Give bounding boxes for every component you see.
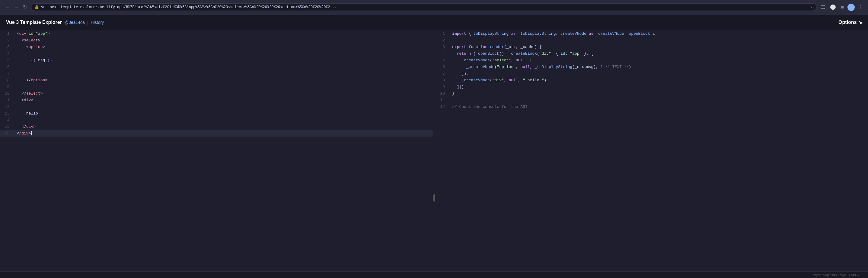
options-button[interactable]: Options ↘ xyxy=(838,19,862,25)
compiled-panel[interactable]: 1 import { toDisplayString as _toDisplay… xyxy=(435,30,868,271)
line-number: 15 xyxy=(0,123,14,130)
line-number: 2 xyxy=(435,37,450,44)
line-number: 4 xyxy=(435,50,450,57)
line-number: 1 xyxy=(435,30,450,37)
table-row: 8 </option> xyxy=(0,77,433,83)
table-row: 2 <select> xyxy=(0,37,433,44)
table-row: 12 xyxy=(0,103,433,110)
compiled-code-table: 1 import { toDisplayString as _toDisplay… xyxy=(435,30,868,110)
line-number: 12 xyxy=(0,103,14,110)
extensions-button[interactable]: ☷ xyxy=(820,3,826,11)
line-content xyxy=(14,63,433,70)
line-content xyxy=(14,50,433,57)
line-content: // Check the console for the AST xyxy=(450,103,868,110)
status-bar: https://blog.csdn.net/jal517486222 xyxy=(0,271,868,278)
table-row: 10 </select> xyxy=(0,90,433,97)
table-row: 5 {{ msg }} xyxy=(0,57,433,63)
line-content: </div> xyxy=(14,130,433,137)
table-row: 15 </div> xyxy=(0,123,433,130)
line-content: <select> xyxy=(14,37,433,44)
template-panel[interactable]: 1 <div id="app"> 2 <select> 3 <option> 4 xyxy=(0,30,433,271)
puzzle-button[interactable]: ■ xyxy=(840,3,845,11)
table-row: 14 xyxy=(0,117,433,123)
line-content xyxy=(14,70,433,77)
table-row: 8 _createVNode("div", null, " hello ") xyxy=(435,77,868,83)
line-content: } xyxy=(450,90,868,97)
table-row: 7 xyxy=(0,70,433,77)
history-link[interactable]: History xyxy=(91,20,104,25)
line-content xyxy=(450,97,868,103)
table-row: 5 _createVNode("select", null, [ xyxy=(435,57,868,63)
line-number: 10 xyxy=(435,90,450,97)
line-number: 7 xyxy=(0,70,14,77)
table-row: 13 hello xyxy=(0,110,433,117)
line-number: 11 xyxy=(435,97,450,103)
table-row: 3 <option> xyxy=(0,44,433,50)
menu-button[interactable]: ⋮ xyxy=(857,3,864,11)
address-text: vue-next-template-explorer.netlify.app/#… xyxy=(41,5,337,9)
line-number: 13 xyxy=(0,110,14,117)
forward-button[interactable]: → xyxy=(13,3,20,11)
line-number: 14 xyxy=(0,117,14,123)
table-row: 9 xyxy=(0,83,433,90)
line-content: </div> xyxy=(14,123,433,130)
line-content xyxy=(14,117,433,123)
browser-bar: ← → ↻ 🔒 vue-next-template-explorer.netli… xyxy=(0,0,868,15)
line-number: 9 xyxy=(0,83,14,90)
back-button[interactable]: ← xyxy=(4,3,11,11)
line-content: _createVNode("div", null, " hello ") xyxy=(450,77,868,83)
line-content: ]), xyxy=(450,70,868,77)
table-row: 11 xyxy=(435,97,868,103)
template-code-table: 1 <div id="app"> 2 <select> 3 <option> 4 xyxy=(0,30,433,137)
line-content: </option> xyxy=(14,77,433,83)
nav-buttons: ← → ↻ xyxy=(4,3,28,11)
table-row: 9 ])) xyxy=(435,83,868,90)
line-number: 1 xyxy=(0,30,14,37)
line-content xyxy=(450,37,868,44)
browser-actions: ☷ ⚪ ■ ⋮ xyxy=(820,3,864,11)
line-number: 5 xyxy=(0,57,14,63)
commit-link[interactable]: @0ea14ca xyxy=(64,20,85,25)
line-number: 11 xyxy=(0,97,14,103)
app-header: Vue 3 Template Explorer @0ea14ca | Histo… xyxy=(0,15,868,30)
line-number: 3 xyxy=(435,44,450,50)
avatar-button[interactable] xyxy=(847,4,855,11)
line-content: </select> xyxy=(14,90,433,97)
table-row: 10 } xyxy=(435,90,868,97)
line-content xyxy=(14,83,433,90)
line-number: 9 xyxy=(435,83,450,90)
line-content: import { toDisplayString as _toDisplaySt… xyxy=(450,30,868,37)
reload-button[interactable]: ↻ xyxy=(22,3,28,11)
table-row: 3 export function render(_ctx, _cache) { xyxy=(435,44,868,50)
line-number: 7 xyxy=(435,70,450,77)
line-content: ])) xyxy=(450,83,868,90)
table-row: 6 xyxy=(0,63,433,70)
table-row: 4 xyxy=(0,50,433,57)
line-content: export function render(_ctx, _cache) { xyxy=(450,44,868,50)
line-number: 12 xyxy=(435,103,450,110)
line-content: <div> xyxy=(14,97,433,103)
line-number: 6 xyxy=(435,63,450,70)
bookmark-icon: ★ xyxy=(810,5,812,9)
table-row: 1 import { toDisplayString as _toDisplay… xyxy=(435,30,868,37)
line-number: 3 xyxy=(0,44,14,50)
line-number: 5 xyxy=(435,57,450,63)
table-row: 6 _createVNode("option", null, _toDispla… xyxy=(435,63,868,70)
table-row: 7 ]), xyxy=(435,70,868,77)
line-number: 8 xyxy=(0,77,14,83)
scrollbar-thumb xyxy=(433,194,435,201)
line-content: _createVNode("option", null, _toDisplayS… xyxy=(450,63,868,70)
table-row: 12 // Check the console for the AST xyxy=(435,103,868,110)
left-scrollbar[interactable] xyxy=(433,30,435,271)
line-number: 2 xyxy=(0,37,14,44)
status-url: https://blog.csdn.net/jal517486222 xyxy=(812,273,863,277)
line-content: <div id="app"> xyxy=(14,30,433,37)
app-title-area: Vue 3 Template Explorer @0ea14ca | Histo… xyxy=(6,20,104,25)
address-bar[interactable]: 🔒 vue-next-template-explorer.netlify.app… xyxy=(31,3,817,11)
profile-button[interactable]: ⚪ xyxy=(829,3,837,11)
line-content xyxy=(14,103,433,110)
table-row: 16 </div> xyxy=(0,130,433,137)
table-row: 11 <div> xyxy=(0,97,433,103)
table-row: 2 xyxy=(435,37,868,44)
pipe-separator: | xyxy=(87,20,88,25)
